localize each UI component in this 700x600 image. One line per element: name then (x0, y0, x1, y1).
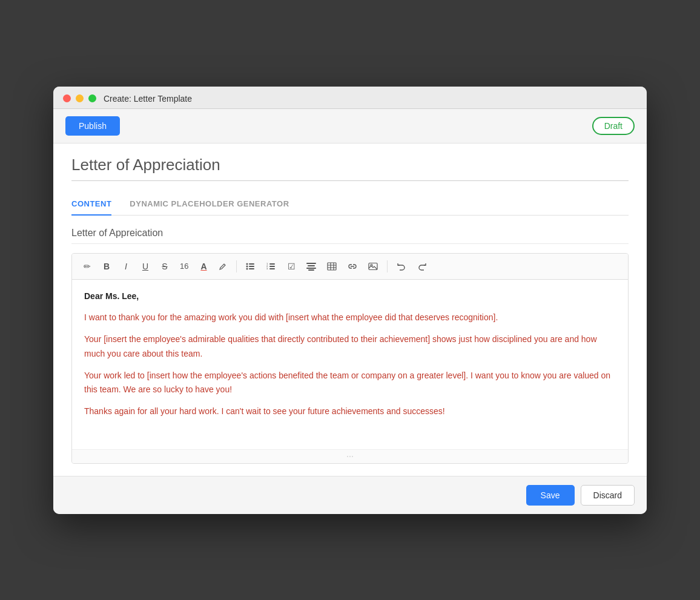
footer: Save Discard (53, 476, 647, 514)
svg-point-4 (246, 268, 248, 269)
ordered-list-button[interactable]: 1.2.3. (263, 259, 280, 274)
tab-dynamic-placeholder[interactable]: DYNAMIC PLACEHOLDER GENERATOR (130, 193, 289, 216)
svg-text:3.: 3. (266, 267, 268, 270)
svg-point-2 (246, 265, 248, 267)
checklist-button[interactable]: ☑ (283, 259, 299, 274)
resize-handle[interactable]: ⋯ (72, 449, 628, 463)
toolbar: Publish Draft (53, 109, 647, 143)
paragraph-4-content: Thanks again for all your hard work. I c… (84, 406, 445, 416)
minimize-button[interactable] (76, 94, 84, 102)
editor-toolbar: ✏ B I U S 16 A 1.2.3. ☑ (72, 254, 628, 280)
paragraph-2-content: Your [insert the employee's admirable qu… (84, 334, 597, 358)
image-button[interactable] (365, 259, 381, 274)
publish-button[interactable]: Publish (65, 116, 120, 136)
editor-content[interactable]: Dear Ms. Lee, I want to thank you for th… (72, 280, 628, 449)
svg-rect-7 (269, 263, 275, 265)
svg-rect-14 (306, 268, 316, 269)
maximize-button[interactable] (88, 94, 96, 102)
svg-rect-1 (249, 263, 254, 265)
svg-rect-13 (308, 265, 315, 266)
undo-button[interactable] (393, 259, 410, 274)
discard-button[interactable]: Discard (581, 485, 635, 506)
editor-wrapper: ✏ B I U S 16 A 1.2.3. ☑ (71, 253, 629, 464)
svg-rect-9 (269, 266, 275, 267)
section-title: Letter of Appreication (71, 228, 629, 244)
link-button[interactable] (344, 259, 361, 274)
traffic-lights (63, 94, 96, 102)
save-button[interactable]: Save (526, 485, 575, 506)
tabs: CONTENT DYNAMIC PLACEHOLDER GENERATOR (71, 193, 629, 216)
greeting-text: Dear Ms. Lee, (84, 289, 616, 304)
underline-button[interactable]: U (137, 259, 153, 274)
main-window: Create: Letter Template Publish Draft CO… (53, 87, 647, 514)
paragraph-4: Thanks again for all your hard work. I c… (84, 404, 616, 419)
window-title: Create: Letter Template (104, 94, 192, 104)
titlebar: Create: Letter Template (53, 87, 647, 109)
tab-content[interactable]: CONTENT (71, 193, 111, 216)
main-content: CONTENT DYNAMIC PLACEHOLDER GENERATOR Le… (53, 143, 647, 476)
close-button[interactable] (63, 94, 71, 102)
svg-rect-16 (328, 263, 336, 270)
font-color-button[interactable]: A (196, 259, 211, 274)
paragraph-3-content: Your work led to [insert how the employe… (84, 371, 610, 395)
table-button[interactable] (323, 259, 340, 274)
italic-button[interactable]: I (118, 259, 134, 274)
svg-rect-15 (308, 269, 314, 271)
svg-rect-12 (306, 263, 316, 264)
highlight-button[interactable] (215, 259, 231, 274)
draft-button[interactable]: Draft (592, 117, 635, 135)
pencil-format-button[interactable]: ✏ (79, 259, 95, 274)
svg-rect-11 (269, 268, 275, 269)
resize-icon: ⋯ (346, 452, 354, 461)
svg-rect-3 (249, 266, 254, 267)
paragraph-1-content: I want to thank you for the amazing work… (84, 312, 498, 322)
placeholder-3: [insert how the employee's actions benef… (147, 371, 466, 380)
divider-1 (236, 260, 237, 272)
placeholder-2: [insert the employee's admirable qualiti… (104, 334, 430, 344)
bold-button[interactable]: B (99, 259, 114, 274)
paragraph-1: I want to thank you for the amazing work… (84, 311, 616, 325)
svg-rect-5 (249, 268, 254, 269)
font-size-display: 16 (176, 259, 192, 273)
template-title-input[interactable] (71, 156, 629, 181)
divider-2 (387, 260, 388, 272)
svg-point-0 (246, 263, 248, 265)
unordered-list-button[interactable] (242, 259, 259, 274)
paragraph-3: Your work led to [insert how the employe… (84, 369, 616, 398)
svg-rect-21 (369, 263, 377, 269)
paragraph-2: Your [insert the employee's admirable qu… (84, 332, 616, 361)
placeholder-1: [insert what the employee did that deser… (286, 312, 495, 322)
align-button[interactable] (303, 259, 320, 274)
redo-button[interactable] (414, 259, 431, 274)
strikethrough-button[interactable]: S (157, 259, 173, 274)
